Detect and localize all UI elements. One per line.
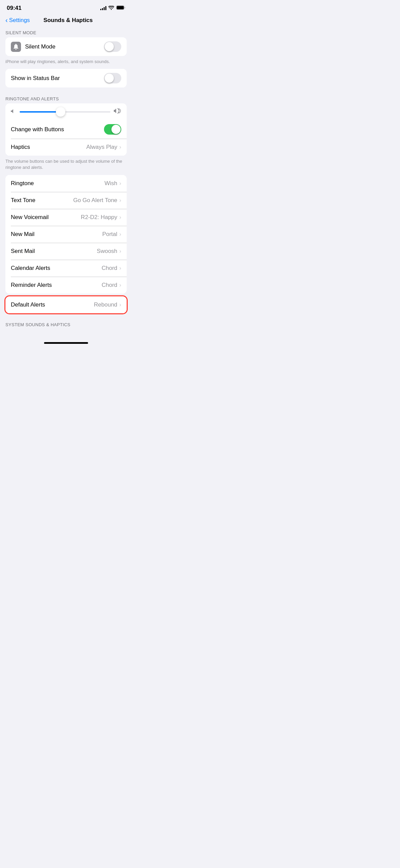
signal-icon [100,6,106,10]
new-voicemail-label: New Voicemail [11,214,81,221]
haptics-row[interactable]: Haptics Always Play › [5,139,127,156]
ringtone-value: Wish [105,180,118,187]
default-alerts-row[interactable]: Default Alerts Rebound › [5,296,127,313]
status-time: 09:41 [7,5,21,12]
new-mail-chevron-icon: › [119,231,121,238]
default-alerts-chevron-icon: › [119,301,121,308]
ringtone-alerts-header: RINGTONE AND ALERTS [0,94,132,103]
text-tone-label: Text Tone [11,197,73,204]
reminder-alerts-chevron-icon: › [119,282,121,289]
status-bar: 09:41 [0,0,132,14]
sent-mail-label: Sent Mail [11,248,97,255]
haptics-chevron-icon: › [119,144,121,151]
reminder-alerts-label: Reminder Alerts [11,282,102,289]
show-status-bar-toggle[interactable] [104,73,121,83]
new-mail-value: Portal [102,231,117,238]
new-mail-label: New Mail [11,231,102,238]
ringtone-alerts-card: Change with Buttons Haptics Always Play … [5,103,127,156]
status-icons [100,5,125,11]
sent-mail-chevron-icon: › [119,248,121,255]
spacer-1 [0,87,132,94]
silent-mode-row: Silent Mode [5,37,127,56]
silent-mode-header: SILENT MODE [0,28,132,37]
volume-high-icon [114,108,121,115]
volume-slider-thumb [56,107,65,117]
back-label: Settings [9,17,30,24]
sent-mail-row[interactable]: Sent Mail Swoosh › [5,243,127,260]
default-alerts-value: Rebound [94,301,117,308]
silent-mode-card: Silent Mode [5,37,127,56]
bell-icon [11,42,21,52]
default-alerts-label: Default Alerts [11,301,94,308]
reminder-alerts-row[interactable]: Reminder Alerts Chord › [5,277,127,294]
silent-mode-note: iPhone will play ringtones, alerts, and … [0,56,132,69]
sounds-card: Ringtone Wish › Text Tone Go Go Alert To… [5,175,127,294]
haptics-value: Always Play [86,144,118,151]
new-voicemail-row[interactable]: New Voicemail R2-D2: Happy › [5,209,127,226]
back-button[interactable]: ‹ Settings [5,16,30,24]
volume-slider-fill [20,111,61,113]
haptics-label: Haptics [11,144,86,151]
silent-mode-label: Silent Mode [25,43,104,50]
show-status-bar-label: Show in Status Bar [11,75,104,82]
spacer-3 [0,313,132,320]
nav-bar: ‹ Settings Sounds & Haptics [0,14,132,28]
default-alerts-highlighted-container: Default Alerts Rebound › [5,296,127,313]
ringtone-chevron-icon: › [119,180,121,187]
volume-slider-track[interactable] [20,111,110,113]
sent-mail-value: Swoosh [97,248,117,255]
show-status-bar-row: Show in Status Bar [5,69,127,87]
new-voicemail-value: R2-D2: Happy [81,214,118,221]
ringtone-label: Ringtone [11,180,105,187]
new-voicemail-chevron-icon: › [119,214,121,221]
svg-rect-1 [117,6,124,9]
show-status-bar-card: Show in Status Bar [5,69,127,87]
ringtone-row[interactable]: Ringtone Wish › [5,175,127,192]
back-chevron-icon: ‹ [5,16,8,24]
home-indicator [0,339,132,345]
change-with-buttons-label: Change with Buttons [11,126,104,133]
calendar-alerts-chevron-icon: › [119,265,121,272]
text-tone-chevron-icon: › [119,197,121,204]
ringtone-note: The volume buttons can be used to adjust… [0,156,132,175]
change-with-buttons-toggle[interactable] [104,124,121,135]
calendar-alerts-value: Chord [102,265,117,272]
volume-low-icon [11,108,16,115]
page-title: Sounds & Haptics [30,17,106,24]
text-tone-row[interactable]: Text Tone Go Go Alert Tone › [5,192,127,209]
change-with-buttons-row: Change with Buttons [5,120,127,139]
reminder-alerts-value: Chord [102,282,117,289]
home-bar [44,342,88,344]
silent-mode-toggle[interactable] [104,41,121,52]
volume-slider-row [5,103,127,120]
calendar-alerts-row[interactable]: Calendar Alerts Chord › [5,260,127,277]
battery-icon [116,5,125,11]
spacer-2 [0,294,132,296]
system-sounds-header: SYSTEM SOUNDS & HAPTICS [0,320,132,329]
new-mail-row[interactable]: New Mail Portal › [5,226,127,243]
text-tone-value: Go Go Alert Tone [73,197,117,204]
calendar-alerts-label: Calendar Alerts [11,265,102,272]
wifi-icon [108,5,114,11]
